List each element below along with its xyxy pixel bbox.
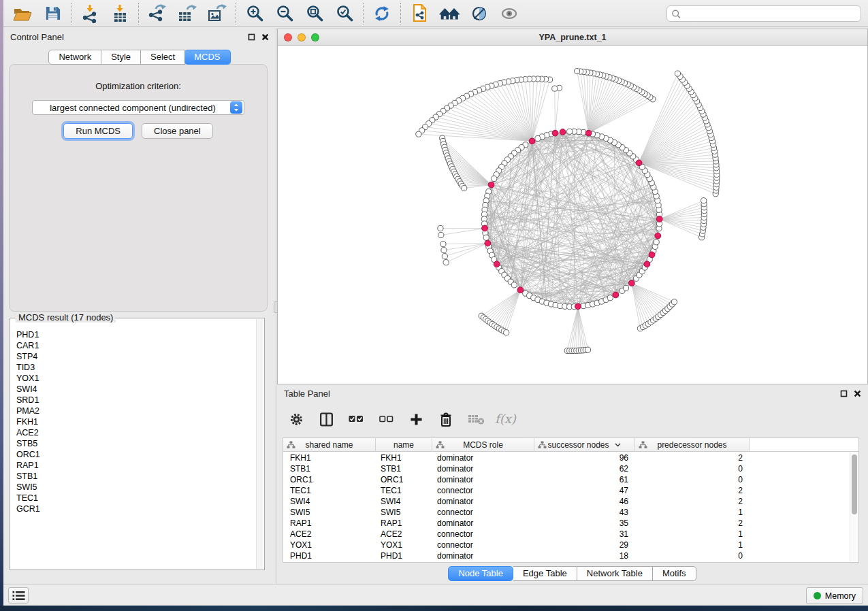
table-cell: ACE2 bbox=[283, 529, 376, 539]
window-close-button[interactable] bbox=[284, 33, 292, 42]
function-builder-icon: f(x) bbox=[494, 411, 518, 427]
mcds-result-item[interactable]: PHD1 bbox=[16, 329, 255, 340]
add-column-button[interactable] bbox=[404, 407, 428, 431]
search-input[interactable] bbox=[681, 7, 861, 20]
network-window-titlebar[interactable]: YPA_prune.txt_1 bbox=[278, 29, 867, 46]
table-scrollbar[interactable] bbox=[850, 452, 858, 561]
tab-network-table[interactable]: Network Table bbox=[577, 566, 653, 581]
table-panel-close-button[interactable] bbox=[854, 390, 861, 397]
table-row[interactable]: SWI4SWI4dominator462 bbox=[283, 496, 850, 507]
tab-select[interactable]: Select bbox=[141, 50, 185, 65]
mcds-result-item[interactable]: TID3 bbox=[16, 362, 255, 373]
network-graph[interactable] bbox=[278, 46, 867, 384]
mcds-result-item[interactable]: YOX1 bbox=[16, 373, 255, 384]
import-table-button[interactable] bbox=[105, 1, 135, 26]
window-zoom-button[interactable] bbox=[311, 33, 319, 42]
mcds-list-scrollbar[interactable] bbox=[256, 319, 263, 569]
save-session-icon bbox=[44, 5, 61, 22]
mcds-result-item[interactable]: STB5 bbox=[16, 438, 255, 449]
mcds-result-item[interactable]: GCR1 bbox=[16, 503, 255, 514]
table-row[interactable]: ORC1ORC1dominator610 bbox=[283, 474, 850, 485]
select-all-rows-button[interactable] bbox=[344, 407, 368, 431]
control-panel-float-button[interactable] bbox=[248, 33, 255, 41]
table-cell: SWI4 bbox=[376, 497, 432, 506]
optimization-criterion-select[interactable]: largest connected component (undirected) bbox=[32, 100, 244, 115]
mcds-result-item[interactable]: TEC1 bbox=[16, 493, 255, 503]
column-header-predecessor-nodes[interactable]: predecessor nodes bbox=[635, 438, 750, 452]
svg-text:f(x): f(x) bbox=[495, 412, 517, 426]
table-cell: 29 bbox=[534, 540, 635, 550]
table-row[interactable]: ACE2ACE2connector311 bbox=[283, 529, 850, 540]
tab-mcds[interactable]: MCDS bbox=[184, 50, 230, 65]
mcds-result-list: PHD1CAR1STP4TID3YOX1SWI4SRD1PMA2FKH1ACE2… bbox=[11, 319, 255, 569]
table-scrollbar-thumb[interactable] bbox=[852, 455, 857, 514]
export-table-button[interactable] bbox=[172, 1, 202, 26]
zoom-in-button[interactable] bbox=[240, 1, 270, 26]
mcds-result-item[interactable]: SWI5 bbox=[16, 482, 255, 493]
table-row[interactable]: TEC1TEC1connector472 bbox=[283, 485, 850, 496]
show-hide-details-button[interactable] bbox=[494, 1, 524, 26]
table-cell: 61 bbox=[534, 475, 635, 484]
table-row[interactable]: YOX1YOX1connector291 bbox=[283, 540, 850, 550]
hierarchy-icon bbox=[538, 441, 547, 449]
mcds-result-item[interactable]: STB1 bbox=[16, 471, 255, 482]
export-image-button[interactable] bbox=[202, 1, 232, 26]
column-header-successor-nodes[interactable]: successor nodes bbox=[534, 438, 635, 452]
table-row[interactable]: PHD1PHD1dominator180 bbox=[283, 550, 850, 561]
mcds-result-item[interactable]: FKH1 bbox=[16, 416, 255, 427]
mcds-result-item[interactable]: PMA2 bbox=[16, 406, 255, 416]
delete-columns-button[interactable] bbox=[434, 407, 458, 431]
task-history-button[interactable] bbox=[8, 587, 29, 604]
control-panel-close-button[interactable] bbox=[261, 33, 269, 41]
zoom-out-button[interactable] bbox=[270, 1, 300, 26]
mcds-result-item[interactable]: STP4 bbox=[16, 351, 255, 362]
mcds-result-item[interactable]: RAP1 bbox=[16, 460, 255, 471]
tab-style[interactable]: Style bbox=[101, 50, 141, 65]
close-mcds-panel-button[interactable]: Close panel bbox=[142, 123, 213, 139]
search-box[interactable] bbox=[666, 5, 861, 22]
column-header-name[interactable]: name bbox=[376, 438, 432, 452]
mcds-result-item[interactable]: CAR1 bbox=[16, 340, 255, 351]
show-columns-icon bbox=[319, 412, 334, 427]
table-row[interactable]: FKH1FKH1dominator962 bbox=[283, 452, 850, 463]
window-minimize-button[interactable] bbox=[298, 33, 306, 42]
network-from-document-button[interactable] bbox=[404, 1, 434, 26]
tab-motifs[interactable]: Motifs bbox=[653, 566, 696, 581]
tab-edge-table[interactable]: Edge Table bbox=[513, 566, 577, 581]
mcds-result-item[interactable]: SWI4 bbox=[16, 384, 255, 395]
column-header-shared-name[interactable]: shared name bbox=[283, 438, 376, 452]
zoom-in-icon bbox=[246, 4, 264, 22]
deselect-all-rows-icon bbox=[379, 412, 394, 426]
mcds-result-item[interactable]: ORC1 bbox=[16, 449, 255, 460]
table-row[interactable]: STB1STB1dominator620 bbox=[283, 463, 850, 474]
open-file-button[interactable] bbox=[7, 1, 37, 26]
memory-button[interactable]: Memory bbox=[806, 587, 863, 604]
deselect-all-rows-button[interactable] bbox=[374, 407, 398, 431]
node-table: shared namenameMCDS rolesuccessor nodesp… bbox=[283, 437, 859, 563]
open-file-icon bbox=[12, 5, 33, 22]
export-network-button[interactable] bbox=[142, 1, 172, 26]
run-mcds-button[interactable]: Run MCDS bbox=[63, 123, 133, 139]
tab-network[interactable]: Network bbox=[48, 50, 101, 65]
table-settings-button[interactable] bbox=[284, 407, 308, 431]
zoom-selected-button[interactable] bbox=[329, 1, 359, 26]
table-panel-float-button[interactable] bbox=[840, 390, 848, 397]
zoom-fit-button[interactable] bbox=[300, 1, 329, 26]
table-cell: dominator bbox=[432, 464, 534, 474]
save-session-button[interactable] bbox=[37, 1, 67, 26]
table-row[interactable]: SWI5SWI5connector431 bbox=[283, 507, 850, 518]
show-columns-button[interactable] bbox=[314, 407, 338, 431]
style-preview-button[interactable] bbox=[464, 1, 494, 26]
column-header-MCDS-role[interactable]: MCDS role bbox=[432, 438, 534, 452]
mcds-result-item[interactable]: SRD1 bbox=[16, 395, 255, 406]
table-cell: STB1 bbox=[376, 464, 432, 474]
import-network-button[interactable] bbox=[75, 1, 105, 26]
home-button[interactable] bbox=[434, 1, 464, 26]
toolbar-separator bbox=[138, 3, 139, 24]
tab-node-table[interactable]: Node Table bbox=[448, 566, 513, 581]
toolbar-separator bbox=[400, 3, 401, 24]
mcds-result-item[interactable]: ACE2 bbox=[16, 427, 255, 438]
table-row[interactable]: RAP1RAP1dominator352 bbox=[283, 518, 850, 529]
toolbar-separator bbox=[363, 3, 364, 24]
refresh-layout-button[interactable] bbox=[367, 1, 397, 26]
